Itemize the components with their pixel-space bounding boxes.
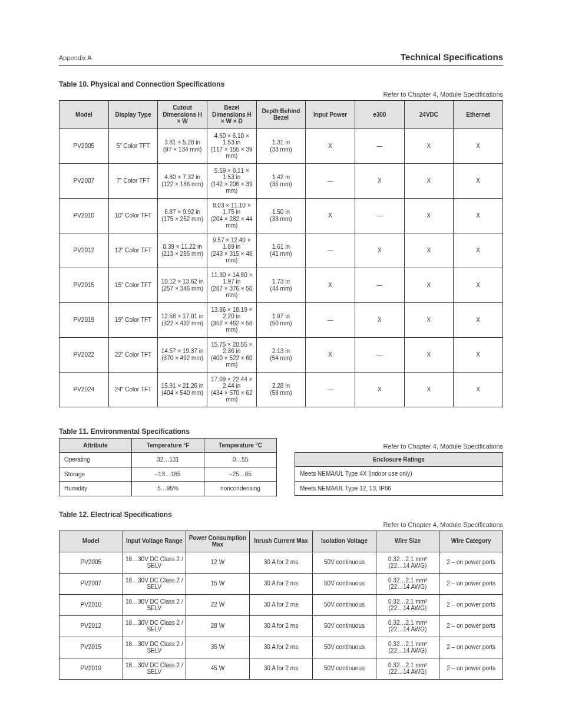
table12-cell: 18…30V DC Class 2 / SELV	[123, 594, 186, 615]
table10-cell: PV2007	[59, 163, 109, 198]
table10-cell: 1.50 in(38 mm)	[256, 198, 306, 233]
table12-cell: 18…30V DC Class 2 / SELV	[123, 637, 186, 658]
table10-header: Model	[59, 101, 109, 129]
table10-cell: —	[355, 268, 404, 302]
table10-row: PV201919" Color TFT12.68 × 17.01 in(322 …	[59, 302, 503, 337]
table10-cell: X	[355, 372, 404, 407]
table10-cell: X	[355, 302, 404, 337]
table10-cell: X	[454, 268, 503, 302]
table12-cell: PV2015	[59, 637, 123, 658]
table12-row: PV201018…30V DC Class 2 / SELV22 W30 A f…	[59, 594, 503, 615]
table12-cell: 0.32…2.1 mm²(22…14 AWG)	[376, 637, 439, 658]
table10-cell: 9.57 × 12.40 × 1.89 in(243 × 315 × 48 mm…	[207, 233, 256, 268]
table10-cell: 1.61 in(41 mm)	[256, 233, 306, 268]
table10-row: PV20055" Color TFT3.81 × 5.28 in(97 × 13…	[59, 129, 503, 163]
table10-cell: 7" Color TFT	[108, 163, 158, 198]
table12-cell: 18…30V DC Class 2 / SELV	[123, 658, 186, 679]
table12-row: PV201518…30V DC Class 2 / SELV35 W30 A f…	[59, 637, 503, 658]
table11-header: Temperature °F	[132, 438, 204, 453]
table10-cell: X	[404, 198, 454, 233]
table11b-cell: Meets NEMA/UL Type 4X (indoor use only)	[295, 467, 503, 482]
table10-cell: 10" Color TFT	[108, 198, 158, 233]
table10-cell: X	[454, 233, 503, 268]
table10-cell: PV2022	[59, 337, 109, 372]
table12-cell: 28 W	[186, 615, 250, 637]
table12-cell: 35 W	[186, 637, 250, 658]
table11: AttributeTemperature °FTemperature °C Op…	[59, 438, 277, 496]
table12-row: PV201218…30V DC Class 2 / SELV28 W30 A f…	[59, 615, 503, 637]
table10-cell: X	[306, 129, 355, 163]
table12-header: Wire Category	[439, 531, 503, 552]
table11-cell: –25…85	[204, 467, 277, 482]
table10-header: Bezel Dimensions H × W × D	[207, 101, 256, 129]
table12-cell: 45 W	[186, 658, 250, 679]
table10-cell: 8.03 × 11.10 × 1.75 in(204 × 282 × 44 mm…	[207, 198, 256, 233]
table12-header: Input Voltage Range	[123, 531, 186, 552]
table11-ref: Refer to Chapter 4, Module Specification…	[295, 443, 503, 450]
table11b-row: Meets NEMA/UL Type 4X (indoor use only)	[295, 467, 503, 482]
table10-cell: 5" Color TFT	[108, 129, 158, 163]
table10-cell: 14.57 × 19.37 in(370 × 492 mm)	[158, 337, 207, 372]
table10-header: Display Type	[108, 101, 158, 129]
table11-cell: 5…95%	[132, 482, 204, 496]
table10-cell: 5.59 × 8.11 × 1.53 in(142 × 206 × 39 mm)	[207, 163, 256, 198]
table10-cell: PV2024	[59, 372, 109, 407]
table12-cell: PV2007	[59, 573, 123, 594]
table11b: Enclosure Ratings Meets NEMA/UL Type 4X …	[295, 452, 503, 496]
table10-row: PV201212" Color TFT8.39 × 11.22 in(213 ×…	[59, 233, 503, 268]
table12-cell: 2 – on power ports	[439, 658, 503, 679]
table10-cell: 1.42 in(36 mm)	[256, 163, 306, 198]
table10-cell: —	[355, 129, 404, 163]
table11-cell: Humidity	[59, 482, 132, 496]
table12-cell: 12 W	[186, 552, 250, 573]
table12-cell: PV2010	[59, 594, 123, 615]
table12-cell: 0.32…2.1 mm²(22…14 AWG)	[376, 594, 439, 615]
table10-cell: —	[355, 337, 404, 372]
table11-cell: 0…55	[204, 453, 277, 467]
table11-cell: 32…131	[132, 453, 204, 467]
table10-cell: X	[306, 337, 355, 372]
header-left: Appendix A	[59, 54, 92, 61]
header-right: Technical Specifications	[401, 52, 503, 62]
table10-header: e300	[355, 101, 404, 129]
table10-cell: 11.30 × 14.80 × 1.97 in(287 × 376 × 50 m…	[207, 268, 256, 302]
table12-cell: 30 A for 2 ms	[249, 594, 313, 615]
table10-cell: X	[306, 268, 355, 302]
table12-title: Table 12. Electrical Specifications	[59, 510, 503, 519]
table10-cell: X	[355, 233, 404, 268]
table10-header: 24VDC	[404, 101, 454, 129]
table12-header: Isolation Voltage	[313, 531, 376, 552]
table10-cell: X	[404, 233, 454, 268]
table10-cell: PV2015	[59, 268, 109, 302]
table10-cell: 1.31 in(33 mm)	[256, 129, 306, 163]
table10-cell: X	[404, 302, 454, 337]
table10-cell: 6.87 × 9.92 in(175 × 252 mm)	[158, 198, 207, 233]
table12-cell: 2 – on power ports	[439, 637, 503, 658]
table10-cell: X	[404, 129, 454, 163]
table11b-cell: Meets NEMA/UL Type 12, 13, IP66	[295, 481, 503, 496]
table12-cell: 2 – on power ports	[439, 552, 503, 573]
table10-ref: Refer to Chapter 4, Module Specification…	[59, 91, 503, 98]
table12-cell: 50V continuous	[313, 552, 376, 573]
table10-cell: 10.12 × 13.62 in(257 × 346 mm)	[158, 268, 207, 302]
table12-cell: PV2005	[59, 552, 123, 573]
table12-cell: 18…30V DC Class 2 / SELV	[123, 615, 186, 637]
table10-cell: 15.91 × 21.26 in(404 × 540 mm)	[158, 372, 207, 407]
table10-row: PV202222" Color TFT14.57 × 19.37 in(370 …	[59, 337, 503, 372]
table10-cell: 4.60 × 6.10 × 1.53 in(117 × 155 × 39 mm)	[207, 129, 256, 163]
table11-cell: –13…185	[132, 467, 204, 482]
table10-cell: X	[454, 129, 503, 163]
table10-cell: X	[355, 163, 404, 198]
table10-cell: X	[454, 163, 503, 198]
table10-cell: X	[404, 268, 454, 302]
table12-ref: Refer to Chapter 4, Module Specification…	[59, 521, 503, 528]
table10-cell: 15" Color TFT	[108, 268, 158, 302]
table10-row: PV202424" Color TFT15.91 × 21.26 in(404 …	[59, 372, 503, 407]
table10-cell: 12" Color TFT	[108, 233, 158, 268]
table11-header: Temperature °C	[204, 438, 277, 453]
table11-row: Storage–13…185–25…85	[59, 467, 277, 482]
table10-header: Ethernet	[454, 101, 503, 129]
table12-cell: 30 A for 2 ms	[249, 573, 313, 594]
table12-header: Inrush Current Max	[249, 531, 313, 552]
table10-cell: PV2019	[59, 302, 109, 337]
